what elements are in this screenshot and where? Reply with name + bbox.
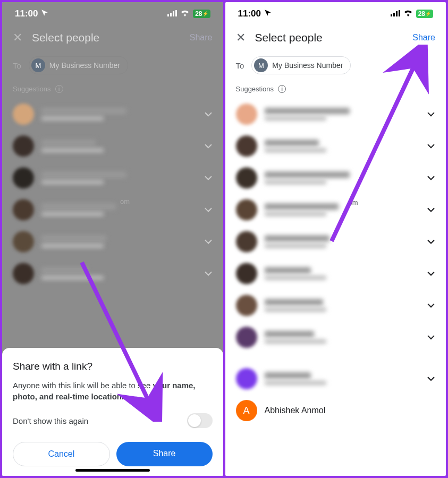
chevron-down-icon[interactable] [427,109,435,119]
chevron-down-icon[interactable] [204,109,213,119]
suggestions-header: Suggestions i [2,83,223,98]
status-bar: 11:00 28⚡ [2,2,223,23]
contact-name-blurred [265,331,314,337]
svg-rect-3 [175,10,177,16]
battery-indicator: 28⚡ [193,10,210,18]
recipient-chip[interactable]: M My Business Number [29,56,128,74]
chevron-down-icon[interactable] [427,374,435,383]
chevron-down-icon[interactable] [204,269,213,278]
wifi-icon [403,8,413,19]
contact-detail-blurred [41,116,104,121]
sheet-title: Share with a link? [13,361,213,372]
contact-row[interactable] [13,226,213,258]
share-button[interactable]: Share [190,33,213,42]
chevron-down-icon[interactable] [204,173,213,183]
contact-avatar [13,231,34,252]
status-time: 11:00 [238,8,261,19]
contact-row[interactable] [236,226,436,258]
contact-detail-blurred [265,308,327,312]
contact-name-blurred [41,108,126,114]
location-icon [41,8,48,19]
contact-row[interactable] [236,363,436,395]
svg-rect-2 [173,11,174,16]
contact-detail-blurred [41,148,104,152]
contact-detail-blurred [265,339,327,344]
contact-row[interactable] [13,130,213,162]
to-label: To [236,61,244,70]
contact-row[interactable] [236,321,436,353]
contact-detail-blurred [265,381,327,385]
contact-row[interactable] [13,258,213,289]
chevron-down-icon[interactable] [427,173,435,183]
phone-screenshot-right: 11:00 28⚡ ✕ Select people Share To M My … [225,2,446,476]
contact-avatar [13,263,34,284]
chevron-down-icon[interactable] [427,269,435,278]
contact-row[interactable] [236,289,436,321]
contact-avatar [236,295,257,316]
share-link-bottom-sheet: Share with a link? Anyone with this link… [2,348,223,476]
dont-show-toggle[interactable] [187,413,213,428]
chevron-down-icon[interactable] [427,237,435,246]
contact-avatar: A [236,400,257,421]
contact-avatar [13,135,34,157]
contact-detail-blurred [265,180,327,184]
contact-row[interactable] [13,98,213,130]
wifi-icon [180,8,190,19]
contact-name-blurred [41,203,116,210]
recipient-chip[interactable]: M My Business Number [251,56,351,74]
contact-row[interactable] [236,258,436,289]
chevron-down-icon[interactable] [427,301,435,310]
contact-name-blurred [265,140,319,146]
chevron-down-icon[interactable] [427,141,435,151]
contact-avatar [13,199,34,220]
contact-name-blurred [265,172,350,178]
contact-name-blurred [265,108,350,114]
contact-row[interactable] [236,194,436,226]
page-title: Select people [255,31,403,44]
close-icon[interactable]: ✕ [236,31,246,45]
chevron-down-icon[interactable] [427,332,435,342]
chip-avatar: M [254,58,268,72]
svg-rect-0 [167,14,169,16]
contact-avatar [236,231,257,252]
chevron-down-icon[interactable] [204,205,213,215]
cancel-button[interactable]: Cancel [13,442,110,466]
contact-row[interactable] [236,98,436,130]
chevron-down-icon[interactable] [204,237,213,246]
contact-detail-blurred [265,212,327,216]
to-label: To [13,61,21,70]
contact-detail-blurred [41,244,104,248]
close-icon[interactable]: ✕ [13,31,22,45]
contact-row[interactable] [236,130,436,162]
chevron-down-icon[interactable] [427,205,435,215]
contact-row[interactable] [13,194,213,226]
contact-name-blurred [265,299,324,305]
info-icon[interactable]: i [55,85,63,93]
battery-indicator: 28⚡ [416,10,433,18]
contact-avatar [13,167,34,189]
svg-rect-8 [399,10,400,16]
contact-detail-blurred [41,276,104,280]
contact-row[interactable]: A Abhishek Anmol [236,395,436,426]
svg-rect-7 [396,11,398,16]
contact-name-blurred [41,235,106,242]
info-icon[interactable]: i [278,85,286,93]
suggestions-header: Suggestions i [225,83,446,98]
contact-row[interactable] [13,162,213,194]
contact-avatar [236,327,257,348]
location-icon [264,8,272,19]
home-indicator[interactable] [75,469,150,472]
svg-rect-5 [391,14,392,16]
contact-detail-blurred [265,244,327,248]
chevron-down-icon[interactable] [204,141,213,151]
contact-row[interactable] [236,162,436,194]
share-button[interactable]: Share [412,33,435,42]
contact-list: A Abhishek Anmol [225,98,446,426]
sheet-body: Anyone with this link will be able to se… [13,380,213,403]
share-confirm-button[interactable]: Share [116,442,213,466]
contact-name-blurred [265,235,329,242]
contact-detail-blurred [265,116,327,121]
contact-avatar [236,263,257,284]
app-header: ✕ Select people Share [2,23,223,52]
contact-avatar [13,104,34,125]
